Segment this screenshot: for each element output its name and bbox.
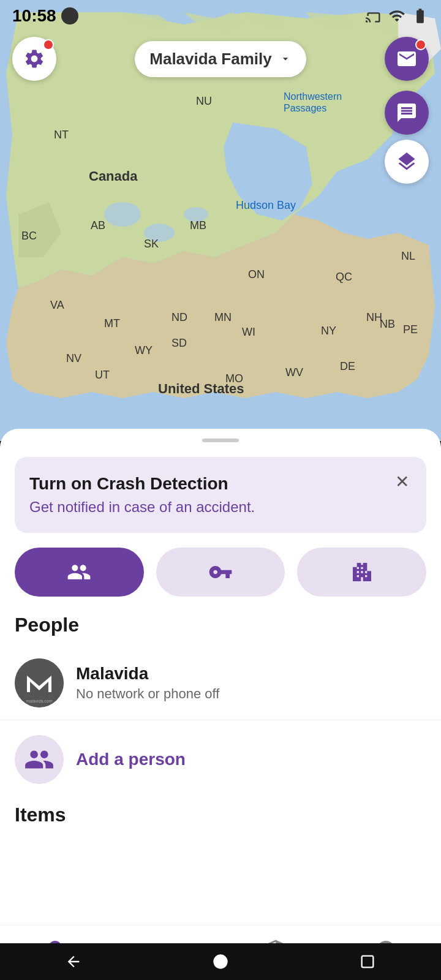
person-row[interactable]: malavida.com Malavida No network or phon… — [0, 646, 441, 720]
add-person-avatar — [15, 735, 64, 784]
dropdown-arrow-icon — [279, 53, 292, 65]
keys-tab-icon — [208, 560, 233, 584]
svg-point-1 — [104, 202, 141, 227]
map-label-bc: BC — [21, 230, 37, 243]
crash-detection-title: Turn on Crash Detection — [29, 474, 412, 494]
map-label-nv: NV — [66, 352, 81, 365]
top-controls: Malavida Family — [0, 37, 441, 81]
map-label-sd: SD — [172, 337, 187, 350]
person-avatar: malavida.com — [15, 658, 64, 707]
battery-icon — [412, 7, 429, 24]
map-label-sk: SK — [144, 238, 159, 251]
map-label-hudson-bay: Hudson Bay — [236, 199, 296, 212]
status-time: 10:58 — [12, 6, 78, 26]
map-label-mn: MN — [214, 311, 232, 324]
map-label-on: ON — [248, 268, 265, 281]
home-icon — [212, 953, 229, 970]
malavida-avatar: malavida.com — [15, 658, 64, 707]
settings-button[interactable] — [12, 37, 56, 81]
status-bar: 10:58 — [0, 0, 441, 32]
back-icon — [65, 953, 82, 970]
mail-icon — [396, 48, 418, 70]
person-name: Malavida — [76, 664, 219, 684]
family-name-label: Malavida Family — [149, 50, 271, 69]
layers-icon — [396, 151, 418, 173]
map-label-ab: AB — [91, 219, 105, 232]
crash-detection-subtitle: Get notified in case of an accident. — [29, 499, 412, 516]
cast-icon — [365, 7, 382, 24]
person-info: Malavida No network or phone off — [76, 664, 219, 702]
people-tab-icon — [67, 560, 91, 584]
crash-banner-close-button[interactable]: ✕ — [390, 469, 414, 494]
map-label-de: DE — [340, 360, 355, 373]
gear-icon — [23, 48, 45, 70]
map-label-nw-passages: NorthwesternPassages — [284, 91, 342, 114]
message-button[interactable] — [385, 91, 429, 135]
svg-point-10 — [213, 954, 227, 968]
add-people-icon — [24, 744, 55, 775]
settings-notification-dot — [43, 39, 54, 50]
mail-notification-dot — [415, 39, 426, 50]
map-label-canada: Canada — [89, 168, 137, 184]
right-controls — [385, 37, 429, 81]
family-selector[interactable]: Malavida Family — [135, 41, 306, 77]
system-nav-bar — [0, 943, 441, 980]
map-label-mt: MT — [104, 317, 120, 330]
person-status: No network or phone off — [76, 686, 219, 702]
drag-handle[interactable] — [202, 439, 239, 442]
tab-building[interactable] — [297, 548, 426, 597]
map-label-va: VA — [50, 299, 64, 312]
layers-button-container — [385, 140, 429, 184]
home-button[interactable] — [205, 952, 236, 971]
map-label-wv: WV — [285, 366, 303, 379]
svg-text:malavida.com: malavida.com — [26, 699, 52, 703]
map-label-nd: ND — [172, 311, 187, 324]
people-section-title: People — [0, 597, 441, 646]
map-label-us: United States — [158, 381, 244, 397]
map-label-nl: NL — [401, 250, 415, 263]
bottom-sheet: Turn on Crash Detection Get notified in … — [0, 429, 441, 980]
back-button[interactable] — [58, 952, 89, 971]
status-icons — [365, 7, 429, 24]
map-label-nt: NT — [54, 129, 69, 141]
message-button-container — [385, 91, 429, 135]
map-label-qc: QC — [336, 271, 352, 284]
crash-detection-banner: Turn on Crash Detection Get notified in … — [15, 457, 426, 533]
map-label-ny: NY — [321, 325, 336, 337]
mail-button[interactable] — [385, 37, 429, 81]
add-person-row[interactable]: Add a person — [0, 720, 441, 799]
recent-button[interactable] — [352, 952, 383, 971]
items-section-title: Items — [0, 799, 441, 836]
message-icon — [396, 102, 418, 124]
tab-people[interactable] — [15, 548, 144, 597]
svg-rect-11 — [362, 956, 374, 968]
map-label-wi: WI — [242, 326, 255, 339]
building-tab-icon — [350, 560, 374, 584]
layers-button[interactable] — [385, 140, 429, 184]
map-label-pe: PE — [403, 323, 418, 336]
map-label-mb: MB — [190, 219, 206, 232]
map-label-nu: NU — [196, 95, 212, 108]
wifi-icon — [388, 7, 405, 24]
map-label-nh: NH — [366, 311, 382, 324]
add-person-label[interactable]: Add a person — [76, 750, 186, 769]
map-label-ut: UT — [95, 369, 110, 382]
tab-keys[interactable] — [156, 548, 285, 597]
tab-buttons — [0, 533, 441, 597]
recent-icon — [359, 953, 376, 970]
map-label-wy: WY — [135, 344, 153, 357]
camera-cutout — [61, 7, 78, 24]
